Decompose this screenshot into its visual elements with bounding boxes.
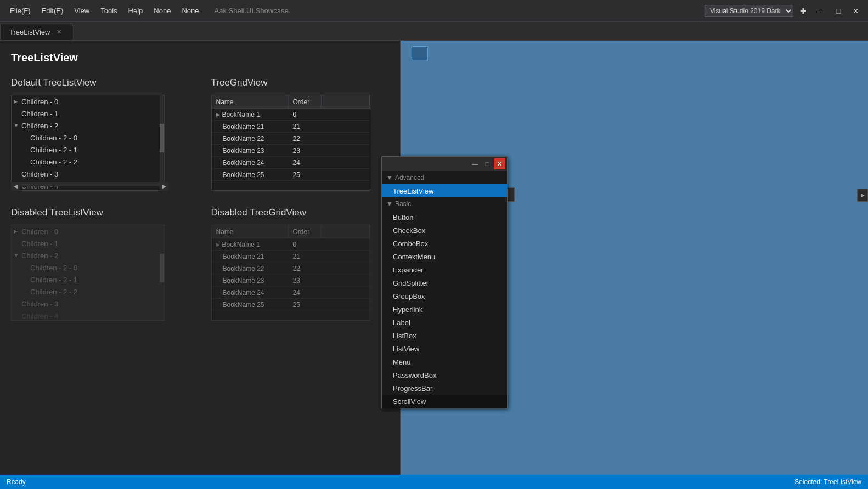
d-label-2: Children - 2	[21, 252, 58, 260]
grid-row-4[interactable]: BookName 24 24	[212, 157, 370, 169]
dropdown-item-expander[interactable]: Expander	[382, 263, 507, 276]
right-edge-controls: ▶	[857, 189, 868, 202]
left-panel: TreeListView Default TreeListView ▶ Chil…	[0, 41, 401, 475]
tree-item-2-0[interactable]: Children - 2 - 0	[12, 132, 164, 144]
grid-row-5[interactable]: BookName 25 25	[212, 169, 370, 181]
d-tree-item-1: Children - 1	[12, 237, 164, 249]
grid-row-2[interactable]: BookName 22 22	[212, 133, 370, 145]
label-1: Children - 1	[21, 110, 58, 118]
default-tree-container: ▶ Children - 0 Children - 1 ▼ Children -…	[11, 95, 189, 191]
dd-minimize-btn[interactable]: —	[470, 158, 481, 169]
menu-tools[interactable]: Tools	[95, 4, 122, 17]
tree-scrollbar[interactable]	[160, 95, 164, 190]
default-tree-title: Default TreeListView	[11, 77, 189, 88]
dropdown-item-contextmenu[interactable]: ContextMenu	[382, 250, 507, 263]
d-label-4: Children - 4	[21, 312, 58, 320]
menu-none1[interactable]: None	[148, 4, 176, 17]
minimize-button[interactable]: —	[813, 3, 828, 19]
dropdown-item-gridsplitter[interactable]: GridSplitter	[382, 276, 507, 289]
d-arrow-3	[14, 301, 21, 306]
dropdown-item-listbox[interactable]: ListBox	[382, 329, 507, 342]
arrow-2-2	[22, 159, 30, 164]
status-left: Ready	[7, 478, 26, 486]
cell-name-4: BookName 24	[212, 159, 289, 167]
arrow-1	[14, 111, 21, 116]
grid-row-1[interactable]: BookName 21 21	[212, 121, 370, 133]
d-col-extra	[322, 225, 370, 238]
dropdown-section-advanced: ▼Advanced	[382, 171, 507, 184]
menu-help[interactable]: Help	[123, 4, 149, 17]
bottom-sections-row: Disabled TreeListView ▶ Children - 0 Chi…	[11, 207, 389, 321]
dropdown-item-combobox[interactable]: ComboBox	[382, 237, 507, 250]
dropdown-item-listview[interactable]: ListView	[382, 342, 507, 355]
cell-order-3: 23	[289, 147, 322, 155]
grid-row-0[interactable]: ▶ BookName 1 0	[212, 109, 370, 121]
app-name: Aak.Shell.UI.Showcase	[209, 4, 294, 17]
window-controls: Visual Studio 2019 Dark ✚ — □ ✕	[704, 3, 864, 19]
maximize-button[interactable]: □	[831, 3, 846, 19]
d-col-order: Order	[289, 225, 322, 238]
col-extra	[322, 95, 370, 108]
tab-close-button[interactable]: ✕	[54, 28, 63, 37]
disabled-tree-title: Disabled TreeListView	[11, 207, 189, 218]
tab-treelistview[interactable]: TreeListView ✕	[0, 24, 72, 40]
tree-item-3[interactable]: Children - 3	[12, 168, 164, 180]
dropdown-item-button[interactable]: Button	[382, 211, 507, 224]
menu-view[interactable]: View	[69, 4, 95, 17]
d-cell-name-0: ▶ BookName 1	[212, 241, 289, 248]
tab-label: TreeListView	[9, 28, 50, 36]
label-2-1: Children - 2 - 1	[30, 146, 77, 154]
cell-order-5: 25	[289, 171, 322, 179]
dropdown-item-hyperlink[interactable]: Hyperlink	[382, 303, 507, 316]
dropdown-titlebar: — □ ✕	[382, 157, 507, 171]
label-2-0: Children - 2 - 0	[30, 134, 77, 142]
tree-item-2-2[interactable]: Children - 2 - 2	[12, 156, 164, 168]
theme-selector[interactable]: Visual Studio 2019 Dark	[704, 5, 793, 17]
status-right: Selected: TreeListView	[794, 478, 861, 486]
dropdown-item-groupbox[interactable]: GroupBox	[382, 289, 507, 303]
dropdown-item-passwordbox[interactable]: PasswordBox	[382, 368, 507, 382]
grid-row-3[interactable]: BookName 23 23	[212, 145, 370, 157]
h-scrollbar-track[interactable]	[20, 182, 160, 186]
d-arrow-2-0	[22, 265, 30, 270]
dropdown-item-checkbox[interactable]: CheckBox	[382, 224, 507, 237]
right-nav-btn1[interactable]: ▶	[857, 189, 868, 202]
d-label-2-2: Children - 2 - 2	[30, 288, 77, 296]
disabled-grid: Name Order ▶ BookName 1 0 BookName 21 21…	[211, 225, 370, 321]
dd-close-btn[interactable]: ✕	[494, 158, 505, 169]
dropdown-item-progressbar[interactable]: ProgressBar	[382, 382, 507, 395]
tree-item-0[interactable]: ▶ Children - 0	[12, 95, 164, 107]
close-button[interactable]: ✕	[848, 3, 864, 19]
d-grid-header: Name Order	[212, 225, 370, 238]
status-bar: Ready Selected: TreeListView	[0, 475, 868, 489]
dd-maximize-btn[interactable]: □	[482, 158, 493, 169]
d-arrow-2-1	[22, 277, 30, 282]
tree-item-1[interactable]: Children - 1	[12, 107, 164, 120]
menu-file[interactable]: File(F)	[4, 4, 36, 17]
arrow-3	[14, 171, 21, 177]
cell-order-1: 21	[289, 123, 322, 130]
selected-item-label: TreeListView	[393, 187, 433, 195]
arrow-2: ▼	[14, 123, 21, 128]
tree-grid[interactable]: Name Order ▶ BookName 1 0 BookName 21 21…	[211, 95, 370, 191]
scroll-left[interactable]: ◀	[11, 182, 20, 191]
d-arrow-2-2	[22, 289, 30, 294]
cell-order-2: 22	[289, 135, 322, 143]
dropdown-menu[interactable]: — □ ✕ ▼Advanced TreeListView ▼Basic Butt…	[381, 156, 508, 408]
tree-item-2-1[interactable]: Children - 2 - 1	[12, 144, 164, 156]
d-grid-row-3: BookName 23 23	[212, 275, 370, 287]
dropdown-item-menu[interactable]: Menu	[382, 355, 507, 368]
d-cell-order-0: 0	[289, 241, 322, 248]
pin-button[interactable]: ✚	[796, 3, 811, 19]
dropdown-item-treelistview[interactable]: TreeListView	[382, 184, 507, 197]
scrollbar-thumb[interactable]	[160, 124, 164, 152]
default-tree-list[interactable]: ▶ Children - 0 Children - 1 ▼ Children -…	[11, 95, 165, 191]
disabled-tree-container: ▶ Children - 0 Children - 1 ▼ Children -…	[11, 225, 189, 321]
dropdown-item-label[interactable]: Label	[382, 316, 507, 329]
tree-item-2[interactable]: ▼ Children - 2	[12, 120, 164, 132]
menu-edit[interactable]: Edit(E)	[36, 4, 69, 17]
menu-none2[interactable]: None	[176, 4, 204, 17]
dropdown-item-scrollview[interactable]: ScrollView	[382, 395, 507, 408]
scroll-right[interactable]: ▶	[160, 182, 168, 191]
d-tree-item-0: ▶ Children - 0	[12, 225, 164, 237]
